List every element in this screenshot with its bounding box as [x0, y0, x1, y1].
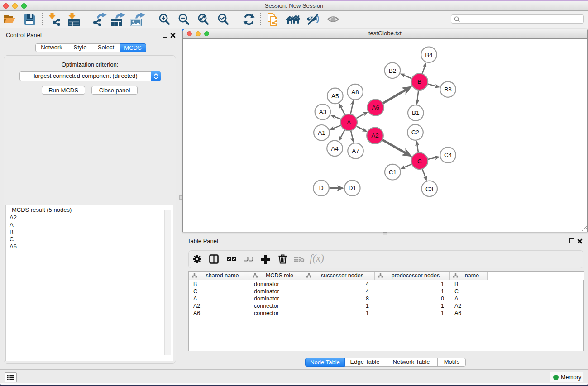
svg-text:C: C [417, 158, 422, 165]
svg-text:A7: A7 [352, 148, 359, 154]
svg-text:B4: B4 [425, 52, 433, 58]
svg-text:C4: C4 [444, 152, 452, 158]
svg-text:A6: A6 [372, 104, 379, 111]
svg-text:C1: C1 [389, 169, 397, 176]
svg-text:A: A [347, 119, 351, 126]
svg-text:A4: A4 [331, 145, 339, 152]
svg-text:A5: A5 [331, 93, 339, 100]
svg-text:A8: A8 [351, 89, 359, 95]
svg-text:D: D [319, 185, 324, 191]
svg-text:C2: C2 [411, 129, 419, 136]
svg-text:B1: B1 [412, 110, 420, 116]
svg-text:B3: B3 [444, 86, 452, 93]
svg-text:B: B [417, 78, 421, 85]
svg-text:A1: A1 [318, 129, 325, 136]
svg-text:D1: D1 [349, 185, 356, 191]
svg-text:A2: A2 [371, 132, 379, 139]
svg-text:C3: C3 [425, 186, 433, 192]
svg-text:B2: B2 [389, 67, 397, 74]
svg-text:A3: A3 [319, 109, 327, 115]
